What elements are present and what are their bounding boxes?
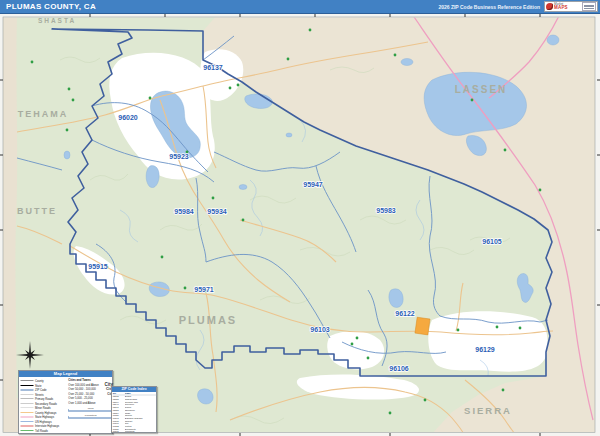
county-label-lassen: LASSEN [455, 84, 508, 95]
zip-label-96137: 96137 [203, 64, 223, 71]
logo-brand-bottom: MAPS [554, 6, 568, 11]
zip-label-96122: 96122 [395, 310, 415, 317]
legend-swatch [21, 394, 34, 395]
zip-label-96106: 96106 [389, 365, 409, 372]
legend-swatch [21, 389, 34, 390]
zip-label-96020: 96020 [118, 114, 138, 121]
zip-label-95934: 95934 [207, 208, 227, 215]
legend-swatch [21, 403, 34, 404]
county-label-plumas: PLUMAS [179, 314, 237, 326]
portola-city-highlight [415, 317, 430, 335]
legend-swatch [21, 381, 34, 382]
zip-label-96103: 96103 [310, 326, 330, 333]
legend-swatch [21, 421, 34, 422]
county-label-butte: BUTTE [17, 206, 57, 216]
zip-label-95923: 95923 [169, 153, 189, 160]
zip-label-95915: 95915 [88, 263, 108, 270]
zip-label-95983: 95983 [376, 207, 396, 214]
edition-label: 2026 ZIP Code Business Reference Edition [438, 4, 544, 10]
zip-label-95984: 95984 [174, 208, 194, 215]
logo-mark-icon [546, 3, 553, 10]
map-legend-panel: Map Legend County State ZIP Code Streets… [18, 370, 113, 434]
zip-label-95971: 95971 [194, 286, 214, 293]
title-bar: PLUMAS COUNTY, CA 2026 ZIP Code Business… [0, 0, 600, 14]
scale-bar-miles: Miles [68, 406, 113, 412]
map-page: PLUMAS COUNTY, CA 2026 ZIP Code Business… [0, 0, 600, 436]
logo-fineprint [582, 2, 596, 11]
county-label-sierra: SIERRA [464, 405, 512, 416]
zip-label-96129: 96129 [475, 346, 495, 353]
legend-swatch [21, 399, 34, 400]
legend-swatch [21, 416, 34, 417]
legend-cities-column: Cities and Towns Over 100,000 and AboveC… [68, 379, 113, 436]
legend-swatch [21, 385, 34, 386]
page-title: PLUMAS COUNTY, CA [0, 2, 96, 11]
west-margin-region [3, 14, 17, 436]
zip-code-index-panel: ZIP Code Index ZIP Name 95915 Belden 959… [111, 386, 157, 433]
zip-label-95947: 95947 [303, 181, 323, 188]
zip-index-rows: 95915 Belden 95923 Canyon Dam 95934 Cres… [113, 395, 157, 433]
legend-swatch [21, 412, 34, 413]
lake-davis [389, 289, 403, 308]
publisher-logo: Market MAPS [544, 1, 598, 12]
county-label-shasta: SHASTA [38, 17, 76, 24]
zip-label-96105: 96105 [482, 238, 502, 245]
legend-swatch [21, 408, 34, 409]
legend-swatch [21, 425, 34, 426]
scale-bar-kilometers: Kilometers [68, 413, 113, 419]
county-label-tehama: TEHAMA [18, 109, 69, 119]
zip-index-row: 96137 Westwood [113, 430, 157, 433]
legend-swatch [21, 430, 34, 431]
legend-line-items: County State ZIP Code Streets Primary Ro… [21, 379, 66, 436]
